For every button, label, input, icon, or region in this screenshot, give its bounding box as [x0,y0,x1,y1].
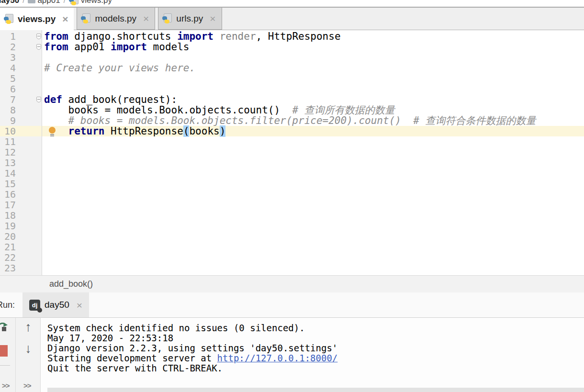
intention-lightbulb-icon[interactable] [48,127,56,135]
code-line[interactable]: from django.shortcuts import render, Htt… [42,31,584,42]
run-toolbar [0,318,16,392]
code-line[interactable] [42,200,584,210]
run-tab-label: day50 [45,300,69,310]
editor-tab-bar: views.pymodels.pyurls.py [0,7,584,30]
gutter: 1234567891011121314151617181920212223 [0,30,42,275]
toolbar-divider [0,365,10,366]
gutter-row: 17 [0,200,42,210]
code-line[interactable] [42,252,584,263]
code-line[interactable] [42,84,584,94]
line-number: 5 [0,73,16,84]
code-line[interactable] [42,210,584,221]
fold-marker-icon[interactable] [36,97,41,102]
code-line[interactable] [42,157,584,168]
gutter-row: 5 [0,73,42,84]
line-number: 23 [0,263,16,273]
line-number: 7 [0,94,16,105]
line-number: 9 [0,115,16,126]
code-line[interactable] [42,263,584,273]
gutter-row: 15 [0,179,42,189]
gutter-row: 13 [0,157,42,168]
breadcrumb-item-app01[interactable]: app01 [28,0,60,5]
stop-icon[interactable] [0,345,8,357]
code-line[interactable]: def add_book(request): [42,94,584,105]
tab-urls.py[interactable]: urls.py [158,8,222,30]
down-arrow-icon[interactable] [16,341,41,356]
run-tab-day50[interactable]: dj day50 [22,292,89,317]
code-line[interactable]: return HttpResponse(books) [42,126,584,136]
code-line[interactable] [42,231,584,242]
overflow-chevron-icon[interactable] [2,381,10,390]
rerun-icon[interactable] [0,321,9,334]
line-number: 12 [0,147,16,157]
gutter-row: 11 [0,136,42,147]
console-lines: System check identified no issues (0 sil… [47,323,584,373]
tab-models.py[interactable]: models.py [77,8,155,30]
console-output[interactable]: System check identified no issues (0 sil… [41,318,584,392]
gutter-row: 8 [0,105,42,115]
console-line: Django version 2.2.3, using settings 'da… [47,343,584,353]
line-number: 13 [0,157,16,168]
fold-marker-icon[interactable] [36,34,41,39]
python-file-icon [162,13,172,23]
gutter-row: 20 [0,231,42,242]
server-url-link[interactable]: http://127.0.0.1:8000/ [217,353,338,363]
code-line[interactable]: # books = models.Book.objects.filter(pri… [42,115,584,126]
line-number: 22 [0,252,16,263]
line-number: 11 [0,136,16,147]
line-number: 21 [0,242,16,252]
context-function[interactable]: add_book() [49,279,93,289]
close-icon[interactable] [143,13,149,23]
code-line[interactable] [42,73,584,84]
console-line: System check identified no issues (0 sil… [47,323,584,333]
gutter-row: 4 [0,63,42,73]
gutter-row: 9 [0,115,42,126]
code-editor[interactable]: 1234567891011121314151617181920212223 fr… [0,30,584,275]
console-line: May 17, 2020 - 22:53:18 [47,333,584,343]
python-file-icon [69,0,79,5]
code-line[interactable]: from app01 import models [42,42,584,52]
django-icon: dj [29,300,40,311]
code-line[interactable] [42,179,584,189]
breadcrumb: day50/app01/views.py [0,0,584,7]
line-number: 6 [0,84,16,94]
gutter-row: 6 [0,84,42,94]
code-line[interactable] [42,242,584,252]
up-arrow-icon[interactable] [16,320,41,335]
gutter-row: 7 [0,94,42,105]
console-nav-toolbar [16,318,41,392]
code-line[interactable] [42,168,584,179]
line-number: 18 [0,210,16,221]
code-line[interactable]: # Create your views here. [42,63,584,73]
gutter-row: 21 [0,242,42,252]
fold-marker-icon[interactable] [36,44,41,50]
close-icon[interactable] [77,300,82,310]
code-line[interactable] [42,221,584,231]
line-number: 1 [0,31,16,42]
horizontal-scrollbar[interactable] [47,388,584,392]
breadcrumb-item-day50[interactable]: day50 [0,0,19,5]
code-line[interactable]: books = models.Book.objects.count() # 查询… [42,105,584,115]
overflow-chevron-icon[interactable] [23,381,31,390]
gutter-row: 23 [0,263,42,273]
line-number: 17 [0,200,16,210]
gutter-row: 1 [0,31,42,42]
code-line[interactable] [42,189,584,200]
line-number: 15 [0,179,16,189]
gutter-row: 18 [0,210,42,221]
gutter-row: 16 [0,189,42,200]
breadcrumb-separator: / [22,0,24,4]
gutter-row: 3 [0,52,42,63]
code-line[interactable] [42,136,584,147]
folder-icon [28,0,35,3]
line-number: 2 [0,42,16,52]
code-line[interactable] [42,52,584,63]
breadcrumb-item-views.py[interactable]: views.py [69,0,112,5]
close-icon[interactable] [62,14,68,24]
line-number: 16 [0,189,16,200]
code-area[interactable]: from django.shortcuts import render, Htt… [42,30,584,275]
close-icon[interactable] [210,13,215,23]
code-line[interactable] [42,147,584,157]
gutter-row: 10 [0,126,42,136]
tab-views.py[interactable]: views.py [0,8,74,30]
